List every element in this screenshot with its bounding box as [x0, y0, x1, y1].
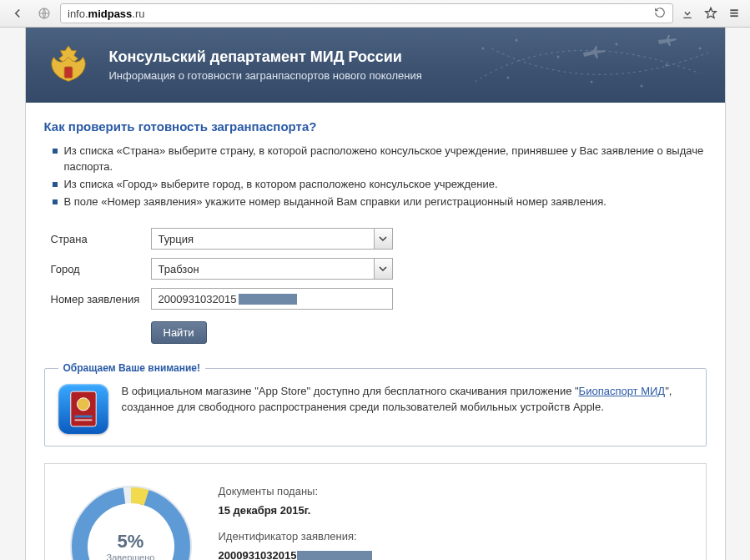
app-id-label: Идентификатор заявления: — [219, 527, 384, 547]
svg-point-8 — [665, 64, 667, 67]
url-text: info.midpass.ru — [68, 8, 145, 20]
header-title: Консульский департамент МИД России — [109, 48, 422, 66]
url-bar[interactable]: info.midpass.ru — [60, 3, 673, 23]
chevron-down-icon[interactable] — [374, 259, 392, 279]
svg-point-12 — [640, 85, 642, 88]
instructions-list: Из списка «Страна» выберите страну, в ко… — [44, 144, 707, 209]
back-button[interactable] — [7, 3, 28, 24]
appnum-input[interactable]: 2000931032015 — [151, 288, 393, 310]
svg-point-11 — [590, 81, 592, 83]
gauge-percent: 5% — [118, 531, 144, 552]
city-label: Город — [51, 263, 151, 275]
globe-icon — [33, 3, 55, 24]
page: Консульский департамент МИД России Инфор… — [25, 28, 726, 560]
section-title: Как проверить готовность загранпаспорта? — [44, 119, 707, 134]
svg-rect-17 — [74, 416, 92, 418]
biopassport-link[interactable]: Биопаспорт МИД — [579, 385, 666, 397]
header-subtitle: Информация о готовности загранпаспортов … — [109, 69, 422, 82]
instruction-item: Из списка «Город» выберите город, в кото… — [53, 177, 707, 193]
site-header: Консульский департамент МИД России Инфор… — [26, 28, 725, 103]
notice-box: Обращаем Ваше внимание! В официальном ма… — [44, 362, 707, 446]
docs-submitted-value: 15 декабря 2015г. — [219, 502, 384, 521]
svg-rect-13 — [64, 67, 73, 78]
redacted-segment — [239, 294, 297, 305]
svg-point-4 — [481, 48, 484, 50]
bookmark-icon[interactable] — [702, 4, 720, 23]
chevron-down-icon[interactable] — [374, 229, 392, 249]
app-id-value: 2000931032015 — [219, 547, 384, 560]
country-select[interactable]: Турция — [151, 228, 393, 250]
svg-rect-3 — [730, 15, 737, 17]
result-box: 5% Завершено Документы поданы: 15 декабр… — [44, 463, 707, 560]
coat-of-arms-icon — [43, 39, 94, 91]
svg-rect-1 — [730, 9, 737, 11]
country-label: Страна — [51, 233, 151, 245]
svg-point-16 — [77, 398, 89, 411]
browser-toolbar: info.midpass.ru — [0, 0, 750, 28]
svg-point-6 — [556, 56, 559, 58]
header-decoration — [466, 32, 717, 101]
find-button[interactable]: Найти — [151, 321, 207, 344]
gauge-label: Завершено — [107, 552, 155, 560]
svg-point-7 — [615, 43, 617, 46]
svg-point-10 — [506, 77, 509, 79]
download-icon[interactable] — [678, 4, 697, 23]
redacted-segment — [297, 551, 372, 560]
country-value: Турция — [152, 229, 374, 249]
instruction-item: В поле «Номер заявления» укажите номер в… — [53, 194, 707, 210]
notice-text: В официальном магазине "App Store" досту… — [122, 384, 692, 416]
svg-rect-2 — [730, 13, 737, 14]
instruction-item: Из списка «Страна» выберите страну, в ко… — [53, 144, 707, 175]
city-value: Трабзон — [152, 259, 374, 279]
svg-point-5 — [515, 39, 517, 42]
docs-submitted-label: Документы поданы: — [219, 482, 384, 502]
svg-rect-18 — [74, 420, 92, 421]
appnum-label: Номер заявления — [51, 293, 151, 305]
appnum-value: 2000931032015 — [159, 293, 237, 305]
reload-icon[interactable] — [654, 7, 666, 21]
svg-point-9 — [698, 48, 701, 50]
app-store-icon — [58, 384, 108, 434]
notice-legend: Обращаем Ваше внимание! — [58, 362, 205, 374]
menu-icon[interactable] — [725, 4, 743, 23]
city-select[interactable]: Трабзон — [151, 258, 393, 280]
progress-gauge: 5% Завершено — [68, 484, 194, 560]
